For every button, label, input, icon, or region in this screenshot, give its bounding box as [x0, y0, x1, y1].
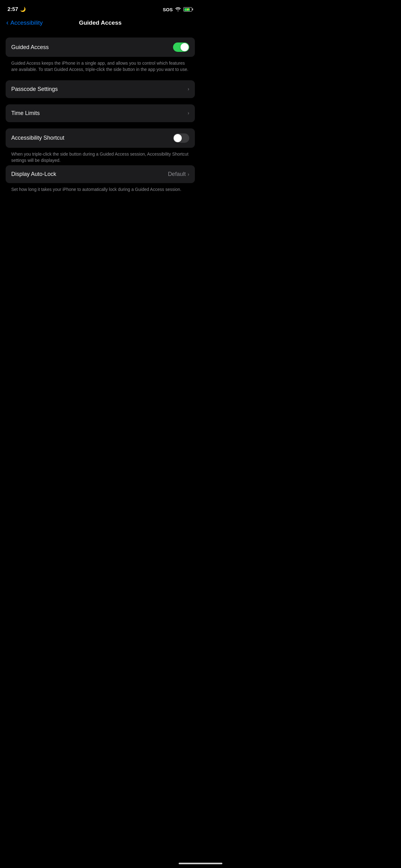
accessibility-shortcut-toggle[interactable]	[173, 133, 189, 143]
accessibility-shortcut-section: Accessibility Shortcut When you triple-c…	[6, 128, 195, 194]
auto-lock-right: Default ›	[168, 171, 189, 178]
display-auto-lock-label: Display Auto-Lock	[11, 171, 56, 178]
guided-access-section: Guided Access Guided Access keeps the iP…	[6, 37, 195, 74]
content-area: Guided Access Guided Access keeps the iP…	[0, 31, 201, 213]
toggle-thumb	[180, 43, 189, 51]
passcode-chevron-icon: ›	[188, 86, 189, 92]
status-bar: 2:57 🌙 SOS ⚡	[0, 0, 201, 17]
time-limits-section: Time Limits ›	[6, 104, 195, 122]
time-limits-label: Time Limits	[11, 110, 40, 117]
back-button[interactable]: ‹ Accessibility	[6, 19, 43, 26]
passcode-settings-label: Passcode Settings	[11, 86, 58, 92]
guided-access-label: Guided Access	[11, 44, 49, 51]
status-time: 2:57 🌙	[7, 6, 26, 12]
passcode-settings-row[interactable]: Passcode Settings ›	[6, 80, 195, 98]
passcode-settings-section: Passcode Settings ›	[6, 80, 195, 98]
time-label: 2:57	[7, 6, 18, 12]
status-right: SOS ⚡	[163, 7, 193, 12]
guided-access-row[interactable]: Guided Access	[6, 37, 195, 57]
guided-access-description: Guided Access keeps the iPhone in a sing…	[6, 57, 195, 74]
back-chevron-icon: ‹	[6, 19, 8, 26]
accessibility-shortcut-row[interactable]: Accessibility Shortcut	[6, 128, 195, 148]
sos-label: SOS	[163, 7, 173, 12]
battery-icon: ⚡	[183, 7, 193, 11]
accessibility-shortcut-description: When you triple-click the side button du…	[6, 148, 195, 165]
accessibility-toggle-thumb	[174, 134, 182, 142]
time-limits-chevron-icon: ›	[188, 110, 189, 116]
accessibility-shortcut-label: Accessibility Shortcut	[11, 135, 64, 141]
display-auto-lock-description: Set how long it takes your iPhone to aut…	[6, 183, 195, 194]
display-auto-lock-value: Default	[168, 171, 186, 178]
nav-bar: ‹ Accessibility Guided Access	[0, 17, 201, 31]
page-title: Guided Access	[79, 19, 122, 26]
wifi-icon	[175, 7, 181, 12]
auto-lock-chevron-icon: ›	[188, 172, 189, 177]
display-auto-lock-row[interactable]: Display Auto-Lock Default ›	[6, 165, 195, 183]
moon-icon: 🌙	[20, 6, 26, 12]
guided-access-toggle[interactable]	[173, 42, 189, 52]
time-limits-row[interactable]: Time Limits ›	[6, 104, 195, 122]
back-label: Accessibility	[10, 19, 42, 26]
